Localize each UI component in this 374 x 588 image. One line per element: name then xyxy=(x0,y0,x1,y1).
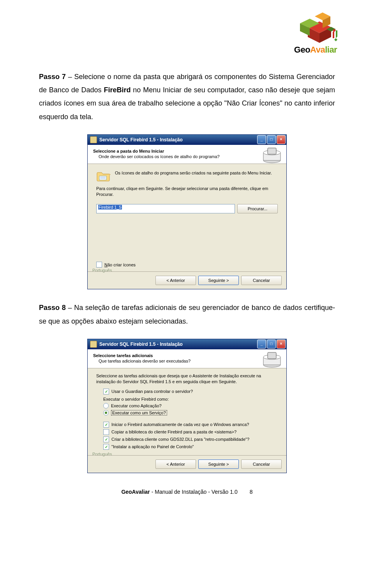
no-icons-checkbox[interactable] xyxy=(96,262,102,268)
cancel-button[interactable]: Cancelar xyxy=(241,276,282,285)
guardian-checkbox[interactable]: ✓ xyxy=(103,389,109,394)
footer-brand: GeoAvaliar xyxy=(121,489,150,495)
titlebar[interactable]: Servidor SQL Firebird 1.5 - Instalação _… xyxy=(88,135,286,145)
wizard-body: Seleccione as tarefas adicionais que des… xyxy=(88,368,286,455)
run-as-app-radio[interactable] xyxy=(103,403,109,408)
footer-text: - Manual de Instalação - Versão 1.0 xyxy=(150,489,238,495)
folder-name-input[interactable]: Firebird 1_5 xyxy=(96,204,235,213)
control-panel-checkbox[interactable]: ✓ xyxy=(103,444,109,450)
guardian-label: Usar o Guardian para controlar o servido… xyxy=(111,389,193,394)
folder-icon xyxy=(96,170,111,183)
run-as-app-label: Executar como Aplicação? xyxy=(111,403,162,408)
browse-button[interactable]: Procurar... xyxy=(237,204,278,213)
svg-rect-13 xyxy=(268,148,276,154)
firebird-name: FireBird xyxy=(104,86,131,94)
svg-rect-21 xyxy=(268,352,276,359)
svg-rect-15 xyxy=(99,176,106,180)
disk-icon xyxy=(262,352,282,368)
maximize-button[interactable]: □ xyxy=(267,340,276,349)
no-icons-label: Não criar ícones xyxy=(104,262,136,267)
minimize-button[interactable]: _ xyxy=(257,135,266,144)
intro-text: Seleccione as tarefas adicionais que des… xyxy=(96,373,278,385)
run-as-service-label: Executar como um Serviço? xyxy=(111,410,167,415)
wizard-subheading: Onde deverão ser colocados os ícones de … xyxy=(93,154,281,159)
wizard-subheading: Que tarefas adicionais deverão ser execu… xyxy=(93,359,281,363)
close-button[interactable]: × xyxy=(277,340,286,349)
wizard-body: Os ícones de atalho do programa serão cr… xyxy=(88,164,286,272)
window-title: Servidor SQL Firebird 1.5 - Instalação xyxy=(99,342,257,347)
step-8-label: Passo 8 xyxy=(39,304,66,312)
logo: GeoAvaliar xyxy=(292,8,339,55)
minimize-button[interactable]: _ xyxy=(257,340,266,349)
disk-icon xyxy=(262,147,282,164)
autostart-checkbox[interactable]: ✓ xyxy=(103,422,109,428)
next-button[interactable]: Seguinte > xyxy=(198,276,239,285)
next-button[interactable]: Seguinte > xyxy=(198,459,239,469)
installer-icon xyxy=(90,136,97,143)
button-bar: < Anterior Seguinte > Cancelar xyxy=(88,271,286,289)
cancel-button[interactable]: Cancelar xyxy=(241,459,282,469)
copy-lib-label: Copiar a biblioteca do cliente Firebird … xyxy=(111,430,236,434)
info-text-2: Para continuar, clique em Seguinte. Se d… xyxy=(96,186,278,197)
button-bar: < Anterior Seguinte > Cancelar xyxy=(88,455,286,473)
step-7-paragraph: Passo 7 – Selecione o nome da pasta que … xyxy=(39,70,335,123)
back-button[interactable]: < Anterior xyxy=(155,459,196,469)
page-footer: GeoAvaliar - Manual de Instalação - Vers… xyxy=(39,489,335,495)
close-button[interactable]: × xyxy=(277,135,286,144)
autostart-label: Iniciar o Firebird automaticamente de ca… xyxy=(111,422,249,427)
info-text-1: Os ícones de atalho do programa serão cr… xyxy=(115,170,272,176)
page-number: 8 xyxy=(250,489,253,495)
maximize-button[interactable]: □ xyxy=(267,135,276,144)
copy-lib-checkbox[interactable] xyxy=(103,429,109,435)
wizard-header: Seleccione tarefas adicionais Que tarefa… xyxy=(88,349,286,368)
installer-icon xyxy=(90,341,97,348)
svg-marker-9 xyxy=(334,38,337,41)
installer-window-1: Servidor SQL Firebird 1.5 - Instalação _… xyxy=(87,134,287,290)
gds32-checkbox[interactable]: ✓ xyxy=(103,437,109,442)
back-button[interactable]: < Anterior xyxy=(155,276,196,285)
logo-text: GeoAvaliar xyxy=(292,45,339,55)
titlebar[interactable]: Servidor SQL Firebird 1.5 - Instalação _… xyxy=(88,339,286,349)
installer-window-2: Servidor SQL Firebird 1.5 - Instalação _… xyxy=(87,339,287,473)
window-title: Servidor SQL Firebird 1.5 - Instalação xyxy=(99,137,257,143)
wizard-heading: Seleccione a pasta do Menu Iniciar xyxy=(93,149,281,153)
run-as-service-radio[interactable] xyxy=(103,410,109,415)
wizard-heading: Seleccione tarefas adicionais xyxy=(93,353,281,358)
logo-cube-icon xyxy=(292,8,339,45)
wizard-header: Seleccione a pasta do Menu Iniciar Onde … xyxy=(88,145,286,164)
exec-mode-heading: Executar o servidor Firebird como: xyxy=(96,397,278,401)
step-8-paragraph: Passo 8 – Na seleção de tarefas adiciona… xyxy=(39,301,335,327)
gds32-label: Criar a biblioteca cliente como GDS32.DL… xyxy=(111,437,249,442)
control-panel-label: "Instalar a aplicação no Painel de Contr… xyxy=(111,444,194,449)
step-7-label: Passo 7 xyxy=(39,73,66,81)
